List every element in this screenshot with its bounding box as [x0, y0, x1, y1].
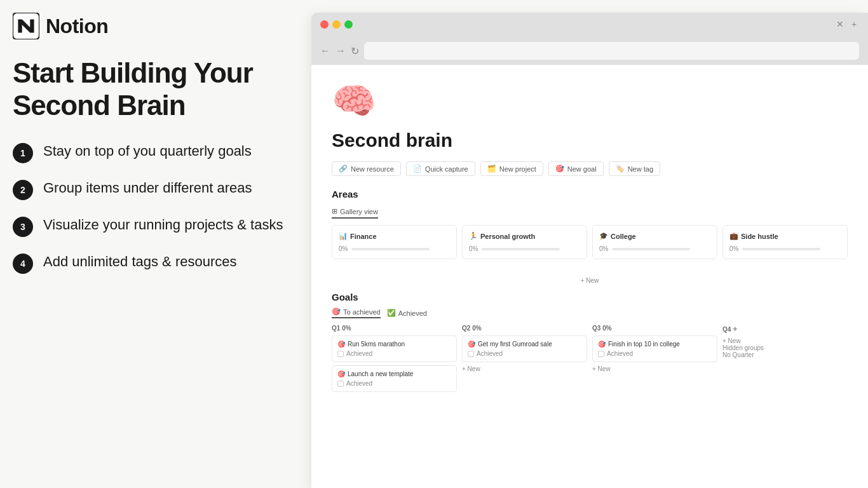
goal-card-template[interactable]: 🎯 Launch a new template Achieved — [332, 365, 457, 392]
brain-icon: 🧠 — [332, 80, 848, 122]
quick-capture-button[interactable]: 📄 Quick capture — [406, 161, 475, 176]
goal-card-gumroad[interactable]: 🎯 Get my first Gumroad sale Achieved — [462, 336, 587, 362]
area-card-title-personal: 🏃 Personal growth — [469, 232, 580, 240]
browser-titlebar: ✕ + — [320, 19, 859, 33]
new-resource-label: New resource — [351, 165, 394, 173]
gumroad-status: Achieved — [468, 350, 581, 357]
area-personal-progress: 0% — [469, 245, 580, 252]
personal-icon: 🏃 — [469, 232, 478, 240]
feature-text-3: Visualize your running projects & tasks — [43, 215, 283, 234]
template-icon: 🎯 — [337, 370, 345, 377]
feature-list: 1 Stay on top of you quarterly goals 2 G… — [13, 142, 286, 274]
feature-number-3: 3 — [13, 217, 33, 237]
marathon-checkbox[interactable] — [337, 351, 344, 357]
forward-button[interactable]: → — [336, 45, 346, 57]
tab-achieved[interactable]: ✅ Achieved — [387, 308, 427, 318]
new-project-label: New project — [499, 165, 536, 173]
to-achieved-icon: 🎯 — [332, 308, 341, 316]
quick-capture-label: Quick capture — [425, 165, 468, 173]
college-goal-icon: 🎯 — [598, 341, 606, 348]
goal-col-q3: Q3 0% 🎯 Finish in top 10 in college — [592, 325, 717, 395]
finance-pct: 0% — [339, 245, 348, 252]
feature-text-4: Add unlimited tags & resources — [43, 252, 237, 271]
traffic-light-red[interactable] — [320, 20, 329, 29]
feature-item-4: 4 Add unlimited tags & resources — [13, 252, 286, 274]
area-college-progress: 0% — [599, 245, 710, 252]
q2-new-button[interactable]: + New — [462, 365, 587, 372]
area-card-title-side: 💼 Side hustle — [729, 232, 841, 240]
new-tag-button[interactable]: 🏷️ New tag — [609, 161, 660, 176]
area-card-title-finance: 📊 Finance — [339, 232, 450, 240]
q3-new-button[interactable]: + New — [592, 365, 717, 372]
headline: Start Building Your Second Brain — [13, 57, 286, 121]
personal-progress-bar — [482, 248, 560, 250]
personal-pct: 0% — [469, 245, 478, 252]
browser-window: ✕ + ← → ↻ 🧠 Second brain 🔗 — [311, 13, 868, 488]
gallery-view-tab[interactable]: ⊞ Gallery view — [332, 207, 378, 219]
goal-col-q4: Q4 + + New Hidden groups No Quarter — [722, 325, 848, 395]
q2-header: Q2 0% — [462, 325, 587, 332]
areas-new-button[interactable]: + New — [332, 272, 848, 289]
gallery-icon: ⊞ — [332, 207, 337, 215]
q4-new-button[interactable]: + New — [722, 337, 848, 344]
hidden-groups-label: Hidden groups — [722, 344, 848, 351]
area-finance-progress: 0% — [339, 245, 450, 252]
area-card-title-college: 🎓 College — [599, 232, 710, 240]
gallery-view-label: Gallery view — [340, 208, 378, 215]
notion-page: 🧠 Second brain 🔗 New resource 📄 Quick ca… — [311, 65, 868, 488]
area-card-college[interactable]: 🎓 College 0% — [592, 225, 717, 259]
logo-text: Notion — [46, 15, 108, 38]
feature-text-1: Stay on top of you quarterly goals — [43, 142, 252, 161]
achieved-icon: ✅ — [387, 309, 396, 317]
project-icon: 🗂️ — [487, 165, 496, 173]
areas-section: Areas ⊞ Gallery view 📊 Finance — [332, 189, 848, 289]
gumroad-title: 🎯 Get my first Gumroad sale — [468, 341, 581, 348]
new-goal-label: New goal — [567, 165, 597, 173]
tab-to-achieved[interactable]: 🎯 To achieved — [332, 308, 381, 318]
toolbar: 🔗 New resource 📄 Quick capture 🗂️ New pr… — [332, 161, 848, 176]
notion-logo-icon — [13, 13, 39, 39]
template-status: Achieved — [337, 380, 451, 387]
college-pct: 0% — [599, 245, 608, 252]
new-tab-icon[interactable]: + — [849, 19, 859, 29]
address-bar[interactable] — [364, 42, 859, 60]
new-tag-label: New tag — [628, 165, 653, 173]
goals-section: Goals 🎯 To achieved ✅ Achieved — [332, 292, 848, 395]
template-checkbox[interactable] — [337, 381, 344, 387]
logo-area: Notion — [13, 13, 286, 39]
finance-icon: 📊 — [339, 232, 348, 240]
college-goal-checkbox[interactable] — [598, 351, 604, 357]
gallery-grid: 📊 Finance 0% 🏃 Per — [332, 225, 848, 259]
q3-pct: 0% — [602, 325, 611, 332]
add-column-icon[interactable]: + — [733, 325, 737, 334]
college-progress-bar — [612, 248, 690, 250]
new-project-button[interactable]: 🗂️ New project — [480, 161, 543, 176]
area-card-finance[interactable]: 📊 Finance 0% — [332, 225, 457, 259]
traffic-light-yellow[interactable] — [332, 20, 341, 29]
areas-section-title: Areas — [332, 189, 848, 200]
area-card-personal[interactable]: 🏃 Personal growth 0% — [462, 225, 587, 259]
tag-icon: 🏷️ — [616, 165, 625, 173]
back-button[interactable]: ← — [320, 45, 330, 57]
goal-card-college[interactable]: 🎯 Finish in top 10 in college Achieved — [592, 336, 717, 362]
q1-pct: 0% — [342, 325, 351, 332]
link-icon: 🔗 — [339, 165, 348, 173]
goal-card-marathon[interactable]: 🎯 Run 5kms marathon Achieved — [332, 336, 457, 362]
feature-item-1: 1 Stay on top of you quarterly goals — [13, 142, 286, 163]
right-panel: ✕ + ← → ↻ 🧠 Second brain 🔗 — [311, 0, 868, 488]
college-icon: 🎓 — [599, 232, 608, 240]
q1-header: Q1 0% — [332, 325, 457, 332]
traffic-light-green[interactable] — [344, 20, 353, 29]
new-goal-button[interactable]: 🎯 New goal — [548, 161, 604, 176]
marathon-status: Achieved — [337, 350, 451, 357]
area-card-side[interactable]: 💼 Side hustle 0% — [722, 225, 848, 259]
reload-button[interactable]: ↻ — [351, 45, 359, 57]
new-resource-button[interactable]: 🔗 New resource — [332, 161, 401, 176]
gumroad-icon: 🎯 — [468, 341, 475, 348]
close-icon[interactable]: ✕ — [835, 19, 845, 29]
feature-number-4: 4 — [13, 254, 33, 274]
q4-header: Q4 + — [722, 325, 848, 334]
gumroad-checkbox[interactable] — [468, 351, 474, 357]
q2-pct: 0% — [472, 325, 481, 332]
achieved-label: Achieved — [398, 309, 427, 317]
